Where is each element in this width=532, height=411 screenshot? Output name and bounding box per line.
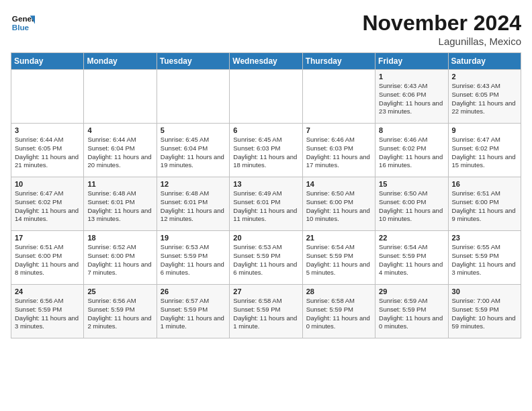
logo-icon: General Blue — [11, 11, 35, 35]
calendar-cell: 14Sunrise: 6:50 AM Sunset: 6:00 PM Dayli… — [302, 177, 375, 231]
svg-text:Blue: Blue — [12, 23, 30, 32]
calendar-cell: 15Sunrise: 6:50 AM Sunset: 6:00 PM Dayli… — [375, 177, 448, 231]
calendar-cell: 18Sunrise: 6:52 AM Sunset: 6:00 PM Dayli… — [84, 231, 157, 285]
calendar-cell — [11, 70, 84, 124]
calendar-cell: 28Sunrise: 6:58 AM Sunset: 5:59 PM Dayli… — [302, 285, 375, 338]
calendar-cell: 23Sunrise: 6:55 AM Sunset: 5:59 PM Dayli… — [448, 231, 521, 285]
calendar-cell: 10Sunrise: 6:47 AM Sunset: 6:02 PM Dayli… — [11, 177, 84, 231]
calendar-table: SundayMondayTuesdayWednesdayThursdayFrid… — [11, 52, 521, 338]
day-info: Sunrise: 6:53 AM Sunset: 5:59 PM Dayligh… — [233, 243, 298, 277]
day-info: Sunrise: 6:43 AM Sunset: 6:06 PM Dayligh… — [379, 82, 444, 116]
day-info: Sunrise: 6:53 AM Sunset: 5:59 PM Dayligh… — [161, 243, 226, 277]
day-info: Sunrise: 6:56 AM Sunset: 5:59 PM Dayligh… — [15, 297, 80, 331]
day-number: 11 — [87, 180, 152, 188]
day-number: 8 — [379, 126, 444, 134]
calendar-cell: 11Sunrise: 6:48 AM Sunset: 6:01 PM Dayli… — [84, 177, 157, 231]
calendar-week-5: 24Sunrise: 6:56 AM Sunset: 5:59 PM Dayli… — [11, 285, 521, 338]
calendar-cell — [157, 70, 229, 124]
day-info: Sunrise: 6:56 AM Sunset: 5:59 PM Dayligh… — [87, 297, 152, 331]
day-number: 18 — [87, 234, 152, 242]
calendar-cell: 19Sunrise: 6:53 AM Sunset: 5:59 PM Dayli… — [157, 231, 229, 285]
day-info: Sunrise: 6:51 AM Sunset: 6:00 PM Dayligh… — [452, 189, 517, 224]
location: Lagunillas, Mexico — [362, 36, 521, 47]
calendar-cell: 4Sunrise: 6:44 AM Sunset: 6:04 PM Daylig… — [84, 124, 157, 177]
day-number: 17 — [15, 234, 80, 242]
calendar-header-row: SundayMondayTuesdayWednesdayThursdayFrid… — [11, 53, 521, 70]
day-number: 13 — [233, 180, 298, 188]
calendar-cell — [84, 70, 157, 124]
day-info: Sunrise: 6:48 AM Sunset: 6:01 PM Dayligh… — [87, 189, 152, 224]
calendar-cell: 1Sunrise: 6:43 AM Sunset: 6:06 PM Daylig… — [375, 70, 448, 124]
title-block: November 2024 Lagunillas, Mexico — [362, 11, 521, 47]
calendar-cell: 27Sunrise: 6:58 AM Sunset: 5:59 PM Dayli… — [230, 285, 302, 338]
svg-text:General: General — [12, 14, 35, 23]
day-header-friday: Friday — [375, 53, 448, 70]
day-number: 27 — [233, 287, 298, 295]
day-number: 25 — [87, 287, 152, 295]
day-info: Sunrise: 6:45 AM Sunset: 6:04 PM Dayligh… — [161, 136, 226, 170]
logo: General Blue — [11, 11, 35, 35]
day-info: Sunrise: 6:52 AM Sunset: 6:00 PM Dayligh… — [87, 243, 152, 277]
calendar-body: 1Sunrise: 6:43 AM Sunset: 6:06 PM Daylig… — [11, 70, 521, 338]
day-number: 15 — [379, 180, 444, 188]
day-number: 9 — [452, 126, 517, 134]
day-number: 30 — [452, 287, 517, 295]
day-header-monday: Monday — [84, 53, 157, 70]
day-number: 20 — [233, 234, 298, 242]
calendar-cell: 17Sunrise: 6:51 AM Sunset: 6:00 PM Dayli… — [11, 231, 84, 285]
day-number: 12 — [161, 180, 226, 188]
day-info: Sunrise: 6:47 AM Sunset: 6:02 PM Dayligh… — [15, 189, 80, 224]
day-number: 16 — [452, 180, 517, 188]
day-info: Sunrise: 6:55 AM Sunset: 5:59 PM Dayligh… — [452, 243, 517, 277]
day-number: 23 — [452, 234, 517, 242]
calendar-cell: 22Sunrise: 6:54 AM Sunset: 5:59 PM Dayli… — [375, 231, 448, 285]
day-number: 3 — [15, 126, 80, 134]
calendar-cell: 26Sunrise: 6:57 AM Sunset: 5:59 PM Dayli… — [157, 285, 229, 338]
day-number: 10 — [15, 180, 80, 188]
calendar-cell: 16Sunrise: 6:51 AM Sunset: 6:00 PM Dayli… — [448, 177, 521, 231]
day-number: 1 — [379, 73, 444, 81]
day-number: 5 — [161, 126, 226, 134]
calendar-cell — [230, 70, 302, 124]
day-header-thursday: Thursday — [302, 53, 375, 70]
month-title: November 2024 — [362, 11, 521, 36]
day-info: Sunrise: 6:50 AM Sunset: 6:00 PM Dayligh… — [306, 189, 371, 224]
day-number: 28 — [306, 287, 371, 295]
day-number: 29 — [379, 287, 444, 295]
calendar-week-1: 1Sunrise: 6:43 AM Sunset: 6:06 PM Daylig… — [11, 70, 521, 124]
day-info: Sunrise: 6:47 AM Sunset: 6:02 PM Dayligh… — [452, 136, 517, 170]
day-info: Sunrise: 6:57 AM Sunset: 5:59 PM Dayligh… — [161, 297, 226, 331]
day-number: 7 — [306, 126, 371, 134]
day-header-tuesday: Tuesday — [157, 53, 229, 70]
day-header-wednesday: Wednesday — [230, 53, 302, 70]
day-info: Sunrise: 6:58 AM Sunset: 5:59 PM Dayligh… — [306, 297, 371, 331]
day-info: Sunrise: 6:54 AM Sunset: 5:59 PM Dayligh… — [379, 243, 444, 277]
calendar-cell: 24Sunrise: 6:56 AM Sunset: 5:59 PM Dayli… — [11, 285, 84, 338]
day-info: Sunrise: 6:44 AM Sunset: 6:04 PM Dayligh… — [87, 136, 152, 170]
calendar-cell: 21Sunrise: 6:54 AM Sunset: 5:59 PM Dayli… — [302, 231, 375, 285]
day-info: Sunrise: 6:45 AM Sunset: 6:03 PM Dayligh… — [233, 136, 298, 170]
calendar-cell — [302, 70, 375, 124]
calendar-cell: 12Sunrise: 6:48 AM Sunset: 6:01 PM Dayli… — [157, 177, 229, 231]
day-number: 24 — [15, 287, 80, 295]
day-header-saturday: Saturday — [448, 53, 521, 70]
day-number: 19 — [161, 234, 226, 242]
day-header-sunday: Sunday — [11, 53, 84, 70]
calendar-cell: 20Sunrise: 6:53 AM Sunset: 5:59 PM Dayli… — [230, 231, 302, 285]
calendar-cell: 3Sunrise: 6:44 AM Sunset: 6:05 PM Daylig… — [11, 124, 84, 177]
day-number: 21 — [306, 234, 371, 242]
day-number: 6 — [233, 126, 298, 134]
calendar-cell: 2Sunrise: 6:43 AM Sunset: 6:05 PM Daylig… — [448, 70, 521, 124]
day-info: Sunrise: 6:54 AM Sunset: 5:59 PM Dayligh… — [306, 243, 371, 277]
day-info: Sunrise: 6:51 AM Sunset: 6:00 PM Dayligh… — [15, 243, 80, 277]
page-header: General Blue November 2024 Lagunillas, M… — [11, 11, 521, 47]
day-info: Sunrise: 7:00 AM Sunset: 5:59 PM Dayligh… — [452, 297, 517, 331]
day-info: Sunrise: 6:59 AM Sunset: 5:59 PM Dayligh… — [379, 297, 444, 331]
day-info: Sunrise: 6:46 AM Sunset: 6:03 PM Dayligh… — [306, 136, 371, 170]
day-info: Sunrise: 6:46 AM Sunset: 6:02 PM Dayligh… — [379, 136, 444, 170]
calendar-cell: 8Sunrise: 6:46 AM Sunset: 6:02 PM Daylig… — [375, 124, 448, 177]
day-info: Sunrise: 6:50 AM Sunset: 6:00 PM Dayligh… — [379, 189, 444, 224]
day-info: Sunrise: 6:49 AM Sunset: 6:01 PM Dayligh… — [233, 189, 298, 224]
day-number: 2 — [452, 73, 517, 81]
calendar-cell: 13Sunrise: 6:49 AM Sunset: 6:01 PM Dayli… — [230, 177, 302, 231]
